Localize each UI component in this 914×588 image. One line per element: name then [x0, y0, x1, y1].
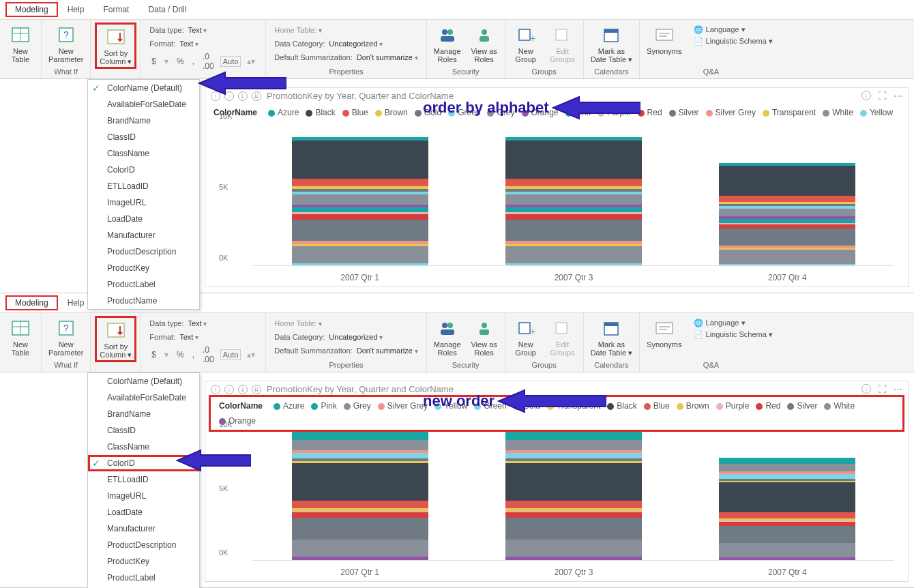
manage-roles-button[interactable]: ManageRoles [431, 23, 464, 65]
home-table-row[interactable]: Home Table: [274, 24, 417, 36]
sort-option[interactable]: ColorID [88, 162, 199, 178]
sort-option[interactable]: ProductLabel [88, 570, 199, 586]
linguistic-schema-menu[interactable]: 📄 Linguistic Schema ▾ [694, 330, 772, 339]
legend-item[interactable]: Yellow [860, 108, 893, 117]
datatype-row[interactable]: Data type: Text [149, 24, 257, 36]
legend-item[interactable]: Red [638, 108, 662, 117]
legend-item[interactable]: Azure [268, 108, 299, 117]
sort-option[interactable]: ColorName (Default) [88, 373, 199, 389]
sort-option[interactable]: Manufacturer [88, 227, 199, 244]
sort-option[interactable]: ImageURL [88, 194, 199, 211]
sort-option[interactable]: LoadDate [88, 504, 199, 520]
data-category-row[interactable]: Data Category: Uncategorized [274, 38, 417, 50]
chart-plot[interactable]: 0K5K10K2007 Qtr 12007 Qtr 32007 Qtr 4 [205, 121, 908, 286]
format-row[interactable]: Format: Text [149, 331, 257, 343]
new-table-button[interactable]: NewTable [4, 316, 37, 358]
stacked-bar[interactable] [292, 432, 428, 560]
home-table-row[interactable]: Home Table: [274, 317, 417, 329]
currency-btn[interactable]: $ [149, 349, 158, 360]
decimal-btn[interactable]: .0.00 [201, 344, 216, 365]
spinner-icon[interactable]: ▴▾ [245, 349, 257, 360]
data-category-row[interactable]: Data Category: Uncategorized [274, 331, 417, 343]
legend-item[interactable]: White [824, 401, 855, 411]
view-as-roles-button[interactable]: View asRoles [468, 316, 501, 358]
sort-option[interactable]: AvailableForSaleDate [88, 96, 199, 113]
sort-option[interactable]: ClassName [88, 145, 199, 162]
manage-roles-button[interactable]: ManageRoles [431, 316, 464, 358]
sort-option[interactable]: BrandName [88, 113, 199, 129]
tab-help[interactable]: Help [58, 2, 94, 17]
sort-option[interactable]: ETLLoadID [88, 471, 199, 488]
summarization-row[interactable]: Default Summarization: Don't summarize [274, 344, 417, 357]
sort-option[interactable]: ✓ColorName (Default) [88, 80, 199, 96]
auto-box[interactable]: Auto [220, 56, 241, 67]
sort-option[interactable]: ProductKey [88, 553, 199, 570]
more-icon[interactable]: ⋯ [894, 384, 902, 394]
legend-item[interactable]: Silver Grey [706, 108, 756, 117]
stacked-bar[interactable] [719, 163, 855, 265]
chart-plot-b[interactable]: 0K5K10K2007 Qtr 12007 Qtr 32007 Qtr 4 [205, 430, 908, 581]
format-row[interactable]: Format: Text [149, 38, 257, 50]
export-icon[interactable]: ↓ [861, 91, 871, 100]
sort-option[interactable]: ClassID [88, 129, 199, 145]
sort-option[interactable]: ProductDescription [88, 244, 199, 260]
language-menu[interactable]: 🌐 Language ▾ [694, 25, 772, 34]
percent-btn[interactable]: % [175, 56, 186, 67]
legend-item[interactable]: Silver [669, 108, 699, 117]
focus-icon[interactable]: ⛶ [878, 384, 887, 394]
legend-item[interactable]: Azure [274, 401, 304, 411]
decimal-btn[interactable]: .0.00 [201, 51, 216, 72]
legend-item[interactable]: Brown [375, 108, 408, 117]
currency-btn[interactable]: $ [149, 56, 158, 67]
auto-box[interactable]: Auto [220, 349, 241, 360]
summarization-row[interactable]: Default Summarization: Don't summarize [274, 51, 417, 63]
stacked-bar[interactable] [505, 432, 642, 560]
sort-by-column-button[interactable]: Sort byColumn ▾ [95, 23, 136, 69]
sort-option[interactable]: ETLLoadID [88, 178, 199, 194]
new-group-button[interactable]: + NewGroup [510, 316, 542, 358]
synonyms-button[interactable]: Synonyms [644, 23, 684, 57]
legend-item[interactable]: Pink [311, 401, 336, 411]
legend-item[interactable]: Blue [644, 401, 670, 411]
legend-item[interactable]: Black [607, 401, 636, 411]
drill-down-icon[interactable]: ↓ [224, 385, 234, 394]
sort-option[interactable]: ProductLabel [88, 276, 199, 293]
expand-all-icon[interactable]: ⇊ [252, 385, 261, 394]
sort-option[interactable]: ProductDescription [88, 537, 199, 553]
mark-as-date-button[interactable]: Mark asDate Table ▾ [588, 23, 635, 65]
drill-up-icon[interactable]: ↑ [211, 385, 220, 394]
sort-option[interactable]: LoadDate [88, 211, 199, 227]
tab-modeling[interactable]: Modeling [5, 2, 58, 17]
spinner-icon[interactable]: ▴▾ [245, 56, 257, 67]
comma-btn[interactable]: , [190, 349, 196, 360]
sort-option[interactable]: Manufacturer [88, 520, 199, 537]
legend-item[interactable]: Grey [344, 401, 371, 411]
sort-option[interactable]: ProductName [88, 293, 199, 309]
legend-item[interactable]: Silver Grey [378, 401, 428, 411]
sort-option[interactable]: ClassID [88, 422, 199, 439]
linguistic-schema-menu[interactable]: 📄 Linguistic Schema ▾ [694, 37, 772, 46]
legend-item[interactable]: White [823, 108, 853, 117]
export-icon[interactable]: ↓ [861, 384, 871, 394]
view-as-roles-button[interactable]: View asRoles [468, 23, 501, 65]
comma-btn[interactable]: , [190, 56, 196, 67]
language-menu[interactable]: 🌐 Language ▾ [694, 319, 772, 327]
mark-as-date-button[interactable]: Mark asDate Table ▾ [588, 316, 635, 358]
more-icon[interactable]: ⋯ [894, 91, 902, 101]
legend-item[interactable]: Black [306, 108, 335, 117]
new-table-button[interactable]: NewTable [4, 23, 37, 65]
sort-by-column-button[interactable]: Sort byColumn ▾ [95, 316, 136, 362]
new-group-button[interactable]: + NewGroup [510, 23, 542, 65]
legend-item[interactable]: Transparent [763, 108, 816, 117]
sort-option[interactable]: BrandName [88, 406, 199, 422]
focus-icon[interactable]: ⛶ [878, 91, 887, 101]
sort-option[interactable]: AvailableForSaleDate [88, 389, 199, 406]
stacked-bar[interactable] [505, 137, 642, 265]
expand-icon[interactable]: ⤓ [238, 385, 248, 394]
percent-btn[interactable]: % [175, 349, 186, 360]
tab-format[interactable]: Format [93, 2, 138, 17]
datatype-row[interactable]: Data type: Text [149, 317, 257, 329]
sort-option[interactable]: ProductKey [88, 260, 199, 276]
stacked-bar[interactable] [292, 137, 428, 265]
legend-item[interactable]: Silver [787, 401, 817, 411]
